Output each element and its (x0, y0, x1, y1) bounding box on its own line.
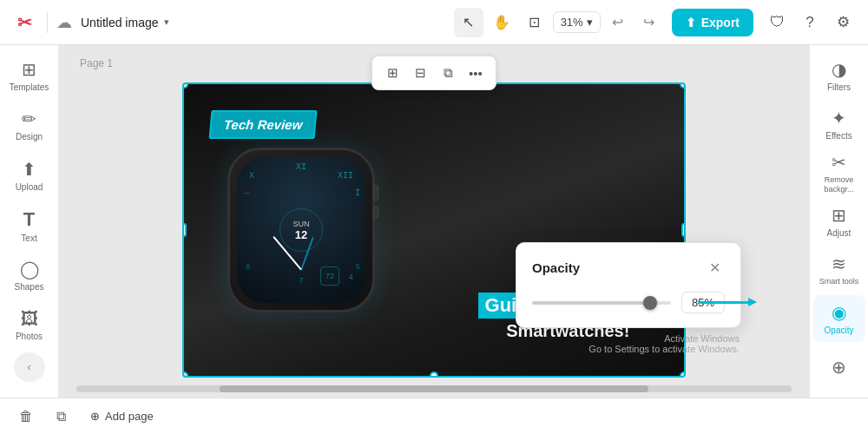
opacity-slider[interactable] (532, 301, 671, 305)
opacity-arrow (698, 301, 750, 304)
opacity-popup: Opacity ✕ (516, 242, 741, 328)
opacity-slider-thumb (643, 296, 657, 310)
sidebar-item-shapes[interactable]: ◯ Shapes (5, 252, 54, 299)
handle-left-mid[interactable] (182, 223, 187, 237)
title-chevron: ▾ (164, 16, 169, 28)
text-label: Text (21, 233, 36, 243)
adjust-label: Adjust (827, 228, 852, 238)
arrange-button[interactable]: ⊟ (407, 60, 433, 86)
sidebar-item-design[interactable]: ✏ Design (5, 102, 54, 149)
topbar-tools: ↖ ✋ ⊡ 31% ▾ ↩ ↪ (454, 8, 663, 37)
design-label: Design (16, 132, 43, 141)
activate-windows-text: Activate Windows Go to Settings to activ… (589, 333, 740, 354)
smart-tools-icon: ≋ (832, 253, 846, 274)
opacity-popup-title: Opacity (532, 260, 580, 275)
handle-right-mid[interactable] (681, 223, 686, 237)
handle-bottom-mid[interactable] (430, 372, 438, 378)
photos-icon: 🖼 (21, 309, 38, 329)
document-title[interactable]: Untitled image ▾ (81, 16, 169, 30)
tech-badge: Tech Review (209, 110, 318, 139)
add-page-label: Add page (105, 410, 154, 423)
sidebar-collapse-button[interactable]: ‹ (14, 352, 45, 382)
add-page-button[interactable]: ⊕ Add page (83, 406, 161, 426)
right-panel-more[interactable]: ⊕ (813, 344, 865, 391)
hand-tool-button[interactable]: ✋ (487, 8, 516, 37)
photos-label: Photos (16, 332, 43, 341)
remove-bg-label: Remove backgr... (813, 175, 865, 194)
app-logo: ✂ (10, 9, 38, 36)
cloud-icon[interactable]: ☁ (56, 13, 72, 32)
templates-label: Templates (10, 82, 49, 92)
copy-button[interactable]: ⧉ (49, 404, 73, 429)
sidebar-item-photos[interactable]: 🖼 Photos (5, 302, 54, 349)
zoom-control[interactable]: 31% ▾ (553, 11, 601, 33)
layout-tool-button[interactable]: ⊡ (520, 8, 549, 37)
main-layout: ⊞ Templates ✏ Design ⬆ Upload T Text ◯ S… (0, 45, 868, 398)
right-panel-opacity[interactable]: ◉ Opacity (813, 295, 865, 342)
opacity-slider-row (532, 292, 725, 313)
more-tools-icon: ⊕ (832, 357, 846, 378)
sidebar-item-text[interactable]: T Text (5, 202, 54, 249)
handle-top-right[interactable] (680, 82, 686, 89)
trash-button[interactable]: 🗑 (14, 404, 38, 429)
help-button[interactable]: ? (795, 8, 825, 37)
opacity-label: Opacity (825, 326, 854, 335)
left-sidebar: ⊞ Templates ✏ Design ⬆ Upload T Text ◯ S… (0, 45, 59, 398)
right-panel-effects[interactable]: ✦ Effects (813, 101, 865, 148)
canvas-area: Page 1 ⊞ ⊟ ⧉ ••• XI (59, 45, 809, 398)
activate-windows-line1: Activate Windows (589, 333, 740, 344)
export-icon: ⬆ (686, 16, 696, 30)
shapes-label: Shapes (15, 282, 44, 292)
sidebar-item-upload[interactable]: ⬆ Upload (5, 152, 54, 199)
more-button[interactable]: ••• (463, 60, 489, 86)
effects-icon: ✦ (832, 108, 846, 128)
canvas-content[interactable]: XI XII I X — 4 5 7 8 (59, 45, 809, 380)
zoom-chevron: ▾ (587, 16, 593, 29)
right-panel-filters[interactable]: ◑ Filters (813, 52, 865, 99)
zoom-level: 31% (561, 16, 583, 29)
upload-label: Upload (16, 182, 43, 192)
handle-bottom-left[interactable] (182, 372, 188, 378)
right-panel-adjust[interactable]: ⊞ Adjust (813, 198, 865, 245)
text-icon: T (23, 208, 35, 231)
design-icon: ✏ (22, 108, 36, 129)
title-text: Untitled image (81, 16, 159, 30)
export-button[interactable]: ⬆ Export (672, 9, 753, 36)
opacity-icon: ◉ (832, 302, 846, 323)
add-page-icon: ⊕ (90, 410, 100, 423)
activate-windows-line2: Go to Settings to activate Windows. (589, 344, 740, 354)
topbar-icons: 🛡 ? ⚙ (762, 8, 858, 37)
canvas-scrollbar-thumb (220, 385, 648, 392)
shield-button[interactable]: 🛡 (762, 8, 792, 37)
handle-bottom-right[interactable] (680, 372, 686, 378)
settings-button[interactable]: ⚙ (828, 8, 858, 37)
right-panel-smart-tools[interactable]: ≋ Smart tools (813, 247, 865, 293)
export-label: Export (701, 16, 740, 30)
filters-icon: ◑ (832, 59, 846, 80)
adjust-icon: ⊞ (832, 205, 846, 226)
select-tool-button[interactable]: ↖ (454, 8, 483, 37)
sidebar-item-templates[interactable]: ⊞ Templates (5, 52, 54, 99)
canvas-toolbar: ⊞ ⊟ ⧉ ••• (372, 56, 496, 90)
smart-tools-label: Smart tools (819, 277, 859, 286)
effects-label: Effects (825, 131, 852, 141)
canvas-scrollbar[interactable] (76, 385, 792, 392)
right-panel: ◑ Filters ✦ Effects ✂ Remove backgr... ⊞… (809, 45, 868, 398)
redo-button[interactable]: ↪ (635, 9, 663, 36)
upload-icon: ⬆ (22, 159, 36, 180)
right-panel-remove-bg[interactable]: ✂ Remove backgr... (813, 149, 865, 196)
opacity-popup-header: Opacity ✕ (532, 257, 725, 278)
shapes-icon: ◯ (20, 259, 39, 279)
bottom-bar: 🗑 ⧉ ⊕ Add page (0, 398, 868, 434)
remove-bg-icon: ✂ (832, 152, 846, 173)
filters-label: Filters (827, 82, 851, 92)
frame-button[interactable]: ⊞ (379, 60, 405, 86)
topbar-divider (47, 12, 48, 33)
templates-icon: ⊞ (22, 59, 36, 80)
image-background: XI XII I X — 4 5 7 8 (184, 84, 684, 376)
topbar: ✂ ☁ Untitled image ▾ ↖ ✋ ⊡ 31% ▾ ↩ ↪ ⬆ E… (0, 0, 868, 45)
opacity-close-button[interactable]: ✕ (704, 257, 725, 278)
undo-button[interactable]: ↩ (604, 9, 632, 36)
duplicate-button[interactable]: ⧉ (435, 60, 461, 86)
